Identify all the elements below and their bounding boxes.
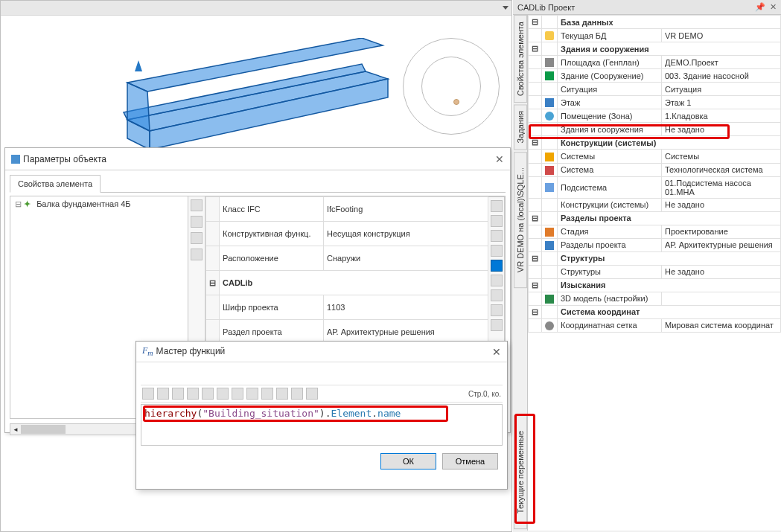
wizard-cursor-status: Стр.0, ко. — [468, 390, 501, 398]
tool-icon[interactable] — [142, 388, 154, 400]
toolbar-copy-icon[interactable] — [191, 232, 203, 244]
vtab-current-variables[interactable]: Текущие переменные — [514, 415, 527, 529]
project-property-grid[interactable]: ⊟База данных Текущая БДVR DEMO ⊟Здания и… — [528, 15, 781, 531]
prop-value[interactable]: Мировая система координат — [662, 318, 781, 332]
tool-icon[interactable] — [217, 388, 229, 400]
expand-toggle[interactable]: ⊟ — [529, 211, 542, 225]
expand-toggle[interactable]: ⊟ — [529, 42, 542, 56]
toolbar-action1-icon[interactable] — [491, 200, 503, 212]
group-surveys[interactable]: Изыскания — [558, 278, 781, 292]
group-project-sections[interactable]: Разделы проекта — [558, 211, 781, 225]
room-icon — [545, 112, 554, 121]
building-icon — [545, 71, 554, 80]
prop-label: Системы — [558, 150, 662, 163]
prop-value[interactable]: 1103 — [324, 295, 488, 320]
toolbar-action2-icon[interactable] — [491, 215, 503, 227]
prop-label: Текущая БД — [558, 29, 662, 42]
tool-icon[interactable] — [306, 388, 318, 400]
toolbar-tree-icon[interactable] — [491, 245, 503, 257]
prop-value[interactable]: Не задано — [662, 123, 781, 136]
model3d-icon — [545, 295, 554, 304]
prop-value[interactable] — [662, 292, 781, 305]
prop-value[interactable]: Ситуация — [662, 83, 781, 96]
prop-value[interactable]: Системы — [662, 150, 781, 163]
prop-group-cadlib[interactable]: CADLib — [220, 271, 488, 295]
group-buildings[interactable]: Здания и сооружения — [558, 42, 781, 56]
prop-value[interactable]: Не задано — [662, 198, 781, 211]
prop-value[interactable]: VR DEMO — [662, 29, 781, 42]
cancel-button[interactable]: Отмена — [442, 453, 498, 469]
close-icon[interactable]: ✕ — [770, 2, 777, 12]
prop-label: Конструктивная функц. — [220, 222, 324, 246]
prop-label: 3D модель (настройки) — [558, 292, 662, 305]
expand-toggle[interactable]: ⊟ — [529, 251, 542, 265]
tool-icon[interactable] — [232, 388, 243, 400]
floor-icon — [545, 98, 554, 107]
coord-icon — [545, 321, 554, 330]
prop-value[interactable]: Несущая конструкция — [324, 222, 488, 246]
prop-value[interactable]: АР. Архитектурные решения — [662, 238, 781, 251]
prop-value[interactable]: 003. Здание насосной — [662, 69, 781, 83]
close-icon[interactable]: ✕ — [492, 346, 501, 358]
expand-toggle[interactable]: ⊟ — [529, 305, 542, 318]
prop-value[interactable]: ДЕМО.Проект — [662, 56, 781, 69]
prop-label: Конструкции (системы) — [558, 198, 662, 211]
view-navigation-compass[interactable] — [403, 38, 500, 135]
pin-icon[interactable]: 📌 — [755, 2, 765, 12]
toolbar-building-icon[interactable] — [191, 216, 203, 228]
tool-icon[interactable] — [187, 388, 199, 400]
tree-item-beam[interactable]: ⊟ ✦ Балка фундаментная 4Б — [12, 198, 186, 211]
canvas-titlebar — [1, 1, 511, 16]
vtab-element-properties[interactable]: Свойства элемента — [514, 15, 527, 103]
prop-value[interactable]: Технологическая система — [662, 163, 781, 176]
toolbar-delete-icon[interactable] — [191, 249, 203, 260]
tool-icon[interactable] — [202, 388, 214, 400]
toolbar-action3-icon[interactable] — [491, 230, 503, 242]
close-icon[interactable]: ✕ — [495, 153, 504, 165]
tool-icon[interactable] — [261, 388, 273, 400]
prop-value[interactable]: 01.Подсистема насоса 01.МНА — [662, 176, 781, 198]
group-coordsys[interactable]: Система координат — [558, 305, 781, 318]
prop-value[interactable]: IfcFooting — [324, 197, 488, 222]
params-window-title: Параметры объекта — [23, 154, 106, 164]
vtab-tasks[interactable]: Задания — [514, 104, 527, 150]
prop-label: Шифр проекта — [220, 295, 324, 320]
expand-toggle[interactable]: ⊟ — [529, 278, 542, 292]
panel-titlebar[interactable]: CADLib Проект 📌 ✕ — [513, 0, 781, 15]
wizard-toolbar: Стр.0, ко. — [141, 385, 503, 403]
tool-icon[interactable] — [246, 388, 258, 400]
tool-icon[interactable] — [276, 388, 288, 400]
params-titlebar[interactable]: Параметры объекта ✕ — [5, 148, 510, 170]
ok-button[interactable]: ОК — [380, 453, 436, 469]
group-database[interactable]: База данных — [558, 16, 781, 29]
prop-value[interactable]: Не задано — [662, 265, 781, 278]
function-code-input[interactable]: hierarchy("Building_situation").Element.… — [141, 404, 503, 446]
toolbar-action6-icon[interactable] — [491, 289, 503, 301]
expand-toggle[interactable]: ⊟ — [529, 136, 542, 150]
tool-icon[interactable] — [291, 388, 303, 400]
prop-label: Этаж — [558, 96, 662, 109]
toolbar-action7-icon[interactable] — [491, 304, 503, 316]
tool-icon[interactable] — [172, 388, 184, 400]
group-structures[interactable]: Структуры — [558, 251, 781, 265]
tool-icon[interactable] — [157, 388, 169, 400]
group-constructions[interactable]: Конструкции (системы) — [558, 136, 781, 150]
toolbar-action8-icon[interactable] — [491, 319, 503, 331]
toolbar-pin-icon[interactable] — [191, 199, 203, 211]
expand-toggle[interactable]: ⊟ — [206, 271, 220, 295]
model-3d-viewport[interactable] — [68, 38, 395, 157]
toolbar-cadlib-icon[interactable] — [491, 260, 503, 272]
toolbar-action5-icon[interactable] — [491, 275, 503, 286]
prop-label: Разделы проекта — [558, 238, 662, 251]
vtab-vrdemo[interactable]: VR DEMO на (local)\SQLE... — [514, 152, 527, 288]
prop-label-room: Помещение (Зона) — [558, 109, 662, 123]
prop-value[interactable]: Этаж 1 — [662, 96, 781, 109]
tab-element-properties[interactable]: Свойства элемента — [10, 175, 101, 193]
wizard-titlebar[interactable]: Fm Мастер функций ✕ — [136, 342, 507, 362]
prop-value-room[interactable]: 1.Кладовка — [662, 109, 781, 123]
stage-icon — [545, 228, 554, 237]
canvas-options-dropdown[interactable] — [503, 6, 509, 10]
expand-toggle[interactable]: ⊟ — [529, 16, 542, 29]
prop-value[interactable]: Снаружи — [324, 246, 488, 271]
prop-value[interactable]: Проектирование — [662, 225, 781, 238]
